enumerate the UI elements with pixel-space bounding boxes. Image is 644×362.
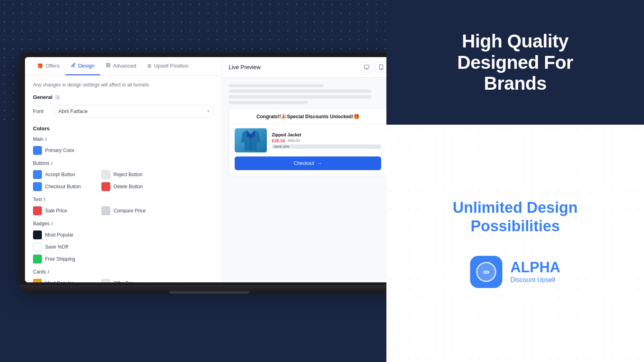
sale-price-swatch[interactable] (33, 206, 42, 215)
badge-most-popular: Most Popular (33, 230, 97, 239)
preview-title: Live Preview (229, 64, 260, 70)
app-container: 🎁 Offers Design (25, 57, 386, 282)
svg-rect-4 (364, 65, 369, 68)
product-price-row: €38.50 €85.00 (272, 138, 381, 143)
main-info-icon: i (45, 136, 47, 142)
cards-info-icon: i (48, 269, 49, 275)
settings-content: Any changes in design settings will affe… (25, 76, 222, 282)
right-top-section: High Quality Designed For Brands (386, 0, 644, 125)
skeleton-line-3 (229, 95, 372, 99)
card-offer-box-swatch[interactable] (101, 279, 110, 282)
checkout-btn-swatch[interactable] (33, 182, 42, 191)
preview-panel: Live Preview (222, 57, 386, 282)
settings-notice: Any changes in design settings will affe… (33, 82, 214, 88)
tab-advanced[interactable]: Advanced (100, 57, 142, 75)
badges-colors-title: Badges i (33, 221, 214, 226)
headline-line1: High Quality (462, 31, 569, 51)
badge-save-pct: Save %Off (33, 243, 97, 251)
headline-line2: Designed For (457, 52, 573, 73)
general-info-icon: i (55, 95, 60, 100)
tab-design[interactable]: Design (65, 57, 100, 75)
laptop-base (20, 285, 386, 294)
delete-btn-color: Delete Button (101, 182, 166, 191)
buttons-info-icon: i (52, 160, 53, 166)
general-section-title: General i (33, 94, 214, 100)
badges-info-icon: i (52, 221, 53, 226)
card-most-popular-label: Most Popular (45, 280, 74, 282)
badge-save-label: Save %Off (45, 244, 68, 250)
svg-point-6 (381, 68, 381, 69)
tagline-line1: Unlimited Design (453, 199, 578, 216)
advanced-icon (106, 63, 111, 69)
tab-advanced-label: Advanced (113, 63, 136, 69)
product-row: Zipped Jacket €38.50 €85.00 SAVE 20% (229, 124, 386, 156)
laptop-screen-frame: 🎁 Offers Design (20, 52, 386, 285)
delete-btn-label: Delete Button (114, 184, 143, 189)
preview-controls (361, 62, 386, 72)
text-info-icon: i (44, 197, 45, 202)
buttons-color-row: Accept Button Reject Button (33, 170, 214, 179)
accept-btn-label: Accept Button (45, 172, 75, 177)
product-card: Congrats!!🎉Special Discounts Unlocked!🎁 (229, 108, 386, 176)
tagline-line2: Possibilities (471, 218, 560, 234)
settings-panel: 🎁 Offers Design (25, 57, 222, 282)
compare-price-swatch[interactable] (101, 206, 110, 215)
delete-btn-swatch[interactable] (101, 182, 110, 191)
checkout-btn-color: Checkout Button (33, 182, 97, 191)
tab-upsell-label: Upsell Position (154, 63, 188, 69)
accept-btn-swatch[interactable] (33, 170, 42, 179)
upsell-icon: ⊞ (147, 63, 151, 69)
badge-save-swatch[interactable] (33, 243, 42, 251)
skeleton-line-1 (229, 84, 324, 87)
tab-upsell-position[interactable]: ⊞ Upsell Position (142, 57, 194, 75)
right-panel: High Quality Designed For Brands Unlimit… (386, 0, 644, 362)
save-badge: SAVE 20% (272, 144, 381, 149)
compare-price-color: Compare Price (101, 206, 166, 215)
nav-tabs: 🎁 Offers Design (25, 57, 222, 76)
sale-price-color: Sale Price (33, 206, 97, 215)
badge-free-shipping-swatch[interactable] (33, 255, 42, 263)
font-select[interactable]: Abril Fatface ▾ (54, 105, 214, 117)
card-most-popular: Most Popular (33, 279, 97, 282)
tab-offers[interactable]: 🎁 Offers (31, 57, 65, 75)
colors-section: Colors Main i (33, 125, 214, 282)
font-value: Abril Fatface (58, 108, 88, 114)
main-colors-title: Main i (33, 136, 214, 142)
alpha-logo-box (470, 256, 502, 288)
svg-rect-0 (106, 64, 108, 65)
compare-price-label: Compare Price (114, 208, 146, 214)
congrats-text: Congrats!!🎉Special Discounts Unlocked!🎁 (256, 114, 359, 119)
reject-btn-swatch[interactable] (101, 170, 110, 179)
badge-most-popular-label: Most Popular (45, 232, 74, 238)
alpha-logo-icon (476, 262, 496, 282)
price-original: €85.00 (288, 138, 300, 143)
skeleton-line-4 (229, 101, 308, 104)
badge-free-shipping-label: Free Shipping (45, 256, 75, 262)
primary-color-swatch[interactable] (33, 146, 42, 155)
mobile-view-btn[interactable] (375, 62, 386, 72)
price-current: €38.50 (272, 138, 285, 143)
badge-most-popular-swatch[interactable] (33, 230, 42, 239)
checkout-button[interactable]: Checkout → (235, 156, 381, 170)
laptop: 🎁 Offers Design (20, 52, 386, 294)
main-color-row: Primary Color (33, 146, 214, 155)
jacket-svg (235, 128, 267, 152)
laptop-screen: 🎁 Offers Design (25, 57, 386, 282)
primary-color-label: Primary Color (45, 148, 74, 153)
svg-rect-1 (109, 64, 110, 65)
chevron-down-icon: ▾ (207, 109, 209, 113)
product-info: Zipped Jacket €38.50 €85.00 SAVE 20% (267, 132, 381, 149)
alpha-subtitle: Discount Upsell (510, 276, 560, 284)
badge-free-shipping: Free Shipping (33, 255, 97, 263)
accept-btn-color: Accept Button (33, 170, 97, 179)
offers-icon: 🎁 (37, 63, 43, 69)
svg-rect-2 (109, 66, 110, 67)
card-most-popular-swatch[interactable] (33, 279, 42, 282)
card-offer-box: Offer Box (101, 279, 166, 282)
alpha-logo-row: ALPHA Discount Upsell (470, 256, 560, 288)
buttons-color-row-2: Checkout Button Delete Button (33, 182, 214, 191)
main-colors: Main i Primary Color (33, 136, 214, 155)
buttons-colors: Buttons i Accept Button (33, 160, 214, 191)
preview-header: Live Preview (222, 57, 386, 78)
desktop-view-btn[interactable] (361, 62, 373, 72)
